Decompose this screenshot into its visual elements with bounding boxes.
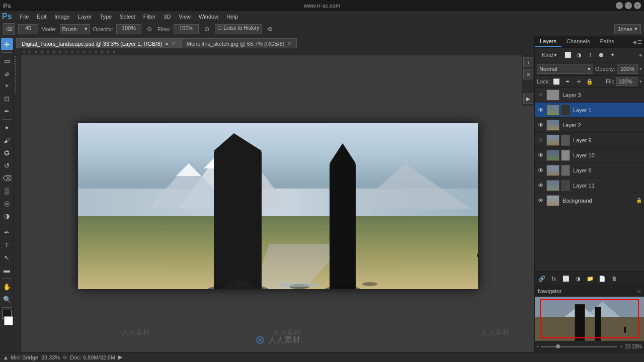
brush-tool[interactable]: 🖌 — [1, 134, 13, 146]
blur-tool[interactable]: ◎ — [1, 197, 13, 209]
opacity-input[interactable] — [617, 64, 638, 74]
visibility-toggle[interactable]: 👁 — [537, 166, 545, 174]
visibility-toggle[interactable]: 👁 — [537, 121, 545, 129]
play-btn[interactable]: ▶ — [523, 94, 533, 104]
zoom-in-btn[interactable]: + — [619, 343, 623, 350]
hand-tool[interactable]: ✋ — [1, 281, 13, 293]
maximize-button[interactable]: □ — [625, 2, 632, 9]
close-button[interactable]: ✕ — [634, 2, 641, 9]
blend-mode-dropdown[interactable]: Normal ▾ — [537, 64, 593, 74]
eraser-tool[interactable]: ⌫ — [1, 172, 13, 184]
panel-close-btn[interactable]: ✕ — [523, 69, 533, 79]
history-icon[interactable]: ⟲ — [265, 24, 275, 34]
menu-help[interactable]: Help — [222, 13, 242, 21]
panel-collapse-btn[interactable]: ◀ — [632, 39, 636, 45]
menu-file[interactable]: File — [16, 13, 33, 21]
layer-item[interactable]: 👁 Layer 11 — [535, 178, 644, 193]
lock-pixels-btn[interactable]: ⬜ — [552, 77, 561, 86]
history-brush-tool[interactable]: ↺ — [1, 159, 13, 171]
clone-stamp-tool[interactable]: ✪ — [1, 147, 13, 159]
rectangular-marquee-tool[interactable]: ▭ — [1, 55, 13, 67]
erase-to-history-btn[interactable]: ☐ Erase to History — [215, 24, 262, 34]
healing-brush-tool[interactable]: ✦ — [1, 122, 13, 134]
pixel-filter-btn[interactable]: ⬜ — [563, 50, 573, 60]
path-select-tool[interactable]: ↖ — [1, 251, 13, 263]
menu-3d[interactable]: 3D — [159, 13, 175, 21]
tab-layers[interactable]: Layers — [535, 36, 561, 47]
menu-view[interactable]: View — [175, 13, 195, 21]
tab-close-button[interactable]: ✕ — [172, 41, 176, 46]
tab-monoliths[interactable]: Monoliths_sketch.jpg @ 66.7% (RGB/8) ✕ — [181, 38, 297, 48]
menu-edit[interactable]: Edit — [33, 13, 50, 21]
text-tool[interactable]: T — [1, 239, 13, 251]
zoom-slider[interactable] — [541, 346, 617, 347]
layer-item[interactable]: 👁 Layer 1 — [535, 103, 644, 118]
link-layers-btn[interactable]: 🔗 — [537, 274, 547, 284]
menu-type[interactable]: Type — [96, 13, 116, 21]
fill-input[interactable] — [616, 77, 637, 86]
menu-filter[interactable]: Filter — [139, 13, 159, 21]
layer-item[interactable]: 👁 Layer 10 — [535, 148, 644, 163]
visibility-toggle[interactable]: 👁 — [537, 197, 545, 205]
minimize-button[interactable]: — — [616, 2, 623, 9]
navigator-menu-icon[interactable]: ☰ — [636, 289, 641, 294]
lock-position-btn[interactable]: ✛ — [574, 77, 583, 86]
quick-select-tool[interactable]: ⌖ — [1, 80, 13, 92]
eyedropper-tool[interactable]: ✒ — [1, 105, 13, 117]
type-filter-btn[interactable]: T — [585, 50, 595, 60]
add-group-btn[interactable]: 📁 — [585, 274, 595, 284]
crop-tool[interactable]: ⊡ — [1, 93, 13, 105]
layer-kind-dropdown[interactable]: Kind ▾ — [537, 50, 562, 60]
flow-field[interactable]: 100% — [174, 24, 199, 34]
lock-image-btn[interactable]: ✒ — [563, 77, 572, 86]
dodge-tool[interactable]: ◑ — [1, 210, 13, 222]
shape-filter-btn[interactable]: ⬟ — [596, 50, 606, 60]
layer-item[interactable]: 👁 Background 🔒 — [535, 193, 644, 208]
add-adjustment-btn[interactable]: ◑ — [573, 274, 583, 284]
zoom-out-btn[interactable]: - — [537, 343, 539, 350]
visibility-toggle[interactable]: 👁 — [537, 91, 545, 99]
artwork-canvas[interactable]: www.rr-sc.com — [78, 123, 478, 289]
menu-window[interactable]: Window — [195, 13, 222, 21]
move-tool[interactable]: ✛ — [1, 38, 13, 50]
tab-channels[interactable]: Channels — [561, 36, 595, 47]
opacity-field[interactable]: 100% — [116, 24, 141, 34]
zoom-slider-handle[interactable] — [556, 344, 560, 348]
layer-item[interactable]: 👁 Layer 2 — [535, 118, 644, 133]
eraser-tool-icon[interactable]: ⌫ — [3, 23, 15, 35]
zoom-controls[interactable]: ⊙ — [63, 354, 67, 360]
navigator-header[interactable]: Navigator ☰ — [535, 286, 644, 297]
more-info-btn[interactable]: ▶ — [118, 354, 122, 360]
add-layer-btn[interactable]: 📄 — [597, 274, 607, 284]
add-style-btn[interactable]: fx — [549, 274, 559, 284]
zoom-tool[interactable]: 🔍 — [1, 293, 13, 305]
delete-layer-btn[interactable]: 🗑 — [609, 274, 619, 284]
menu-layer[interactable]: Layer — [74, 13, 96, 21]
tab-landscape[interactable]: Digital_Tutors_landscape.psd @ 33.3% (La… — [16, 38, 181, 48]
panel-toggle-btn[interactable]: ⟩ — [523, 57, 533, 67]
visibility-toggle[interactable]: 👁 — [537, 136, 545, 144]
gradient-tool[interactable]: ▒ — [1, 185, 13, 197]
filter-toggle[interactable]: ● — [639, 52, 642, 58]
brush-size-field[interactable]: 45 — [18, 24, 38, 34]
lasso-tool[interactable]: ⌀ — [1, 67, 13, 79]
visibility-toggle[interactable]: 👁 — [537, 151, 545, 159]
pressure-opacity-icon[interactable]: ⊙ — [144, 24, 154, 34]
panel-menu-btn[interactable]: ☰ — [637, 39, 642, 45]
mode-dropdown[interactable]: Brush ▾ — [60, 24, 90, 34]
visibility-toggle[interactable]: 👁 — [537, 182, 545, 190]
smart-filter-btn[interactable]: ✦ — [607, 50, 617, 60]
layer-item[interactable]: 👁 Layer 3 — [535, 87, 644, 103]
mini-bridge-toggle[interactable]: ▲ Mini Bridge — [3, 354, 38, 360]
tab-paths[interactable]: Paths — [595, 36, 619, 47]
lock-all-btn[interactable]: 🔒 — [585, 77, 594, 86]
menu-image[interactable]: Image — [50, 13, 74, 21]
menu-select[interactable]: Select — [116, 13, 139, 21]
visibility-toggle[interactable]: 👁 — [537, 106, 545, 114]
layer-item[interactable]: 👁 Layer 9 — [535, 133, 644, 148]
user-badge[interactable]: Jonas ▾ — [614, 24, 641, 34]
pressure-flow-icon[interactable]: ⊙ — [202, 24, 212, 34]
background-color[interactable] — [4, 316, 13, 325]
tab-close-button-2[interactable]: ✕ — [287, 41, 291, 46]
pen-tool[interactable]: ✒ — [1, 226, 13, 238]
